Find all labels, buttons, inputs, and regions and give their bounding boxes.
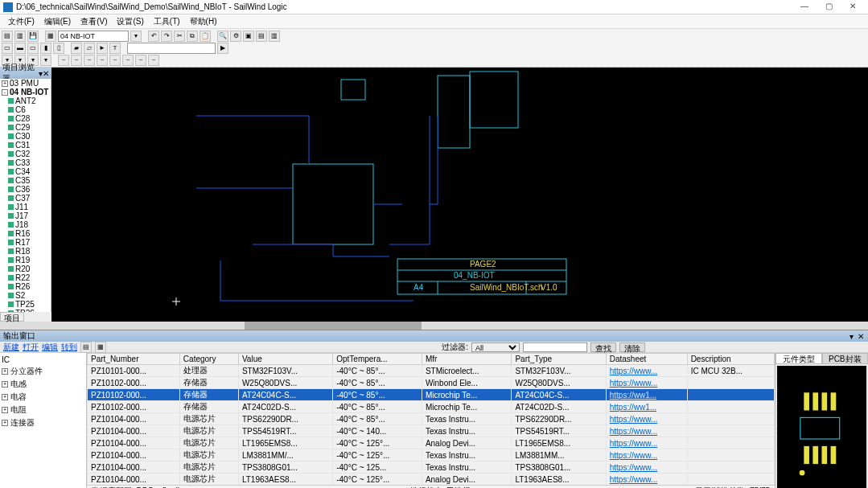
bus-icon[interactable]: ▭	[27, 43, 39, 54]
tool-icon[interactable]: ▤	[256, 31, 267, 42]
sheet-select[interactable]	[58, 31, 129, 42]
port-icon[interactable]: ►	[97, 43, 108, 54]
tree-node[interactable]: TP25	[0, 300, 51, 309]
tree-node[interactable]: C28	[0, 114, 51, 123]
grid-icon[interactable]: ▦	[95, 342, 106, 353]
tree-node[interactable]: C35	[0, 176, 51, 185]
table-row[interactable]: PZ10101-000...处理器STM32F103V...-40°C ~ 85…	[88, 365, 775, 377]
tree-chevron-icon[interactable]: ▾✕	[39, 69, 49, 78]
column-header[interactable]: Mfr	[422, 354, 512, 365]
project-tree[interactable]: +03 PMU-04 NB-IOTANT2C6C28C29C30C31C32C3…	[0, 79, 51, 312]
undo-icon[interactable]: ↶	[148, 31, 159, 42]
category-tree[interactable]: IC+分立器件+电感+电容+电阻+连接器	[0, 353, 87, 488]
category-node[interactable]: +分立器件	[2, 365, 84, 378]
dock-link[interactable]: 新建	[3, 342, 19, 353]
cursor-icon[interactable]: ▭	[2, 43, 13, 54]
category-node[interactable]: +电感	[2, 378, 84, 391]
minimize-button[interactable]: —	[792, 1, 817, 14]
route-icon[interactable]: ~	[109, 55, 121, 66]
tree-expand-icon[interactable]: +	[2, 368, 8, 375]
route-icon[interactable]: ~	[122, 55, 134, 66]
tree-node[interactable]: ANT2	[0, 96, 51, 105]
preview-tab-symbol[interactable]: 元件类型	[775, 353, 822, 364]
power-icon[interactable]: ▰	[71, 43, 82, 54]
ground-icon[interactable]: ▱	[84, 43, 95, 54]
table-row[interactable]: PZ10104-000...电源芯片LT1963AES8...-40°C ~ 1…	[88, 474, 775, 486]
dock-link[interactable]: 转到	[61, 342, 77, 353]
table-row[interactable]: PZ10102-000...存储器AT24C04C-S...-40°C ~ 85…	[88, 389, 775, 401]
tree-node[interactable]: R17	[0, 238, 51, 247]
wire-icon[interactable]: ▬	[14, 43, 26, 54]
tree-node[interactable]: C30	[0, 132, 51, 141]
copy-icon[interactable]: ⧉	[187, 31, 198, 42]
schematic-canvas[interactable]: PAGE2 04_NB-IOT A4 SailWind_NBIoT.sch V1…	[51, 68, 868, 322]
tree-node[interactable]: S2	[0, 291, 51, 300]
tree-node[interactable]: +03 PMU	[0, 79, 51, 88]
save-icon[interactable]: 💾	[27, 31, 39, 42]
tree-node[interactable]: C36	[0, 185, 51, 194]
dock-link[interactable]: 编辑	[42, 342, 58, 353]
tree-node[interactable]: -04 NB-IOT	[0, 88, 51, 96]
menu-item[interactable]: 工具(T)	[149, 16, 185, 27]
category-node[interactable]: +电阻	[2, 404, 84, 416]
tree-node[interactable]: C37	[0, 194, 51, 203]
dock-link[interactable]: 打开	[23, 342, 39, 353]
menu-item[interactable]: 设置(S)	[112, 16, 148, 27]
tree-node[interactable]: J18	[0, 220, 51, 229]
menu-item[interactable]: 帮助(H)	[185, 16, 222, 27]
tool-icon[interactable]: ▣	[243, 31, 254, 42]
filter-icon[interactable]: ▾	[40, 55, 51, 66]
table-row[interactable]: PZ10104-000...电源芯片TPS62290DR...-40°C ~ 8…	[88, 413, 775, 425]
route-icon[interactable]: ~	[135, 55, 146, 66]
column-header[interactable]: Part_Number	[88, 354, 180, 365]
tree-expand-icon[interactable]: +	[2, 407, 8, 413]
list-icon[interactable]: ▤	[80, 342, 92, 353]
parts-grid[interactable]: Part_NumberCategoryValueOptTempera...Mfr…	[87, 353, 775, 485]
tree-node[interactable]: R22	[0, 273, 51, 282]
command-input[interactable]	[127, 43, 216, 54]
redo-icon[interactable]: ↷	[161, 31, 172, 42]
table-row[interactable]: PZ10104-000...电源芯片TPS3808G01...-40°C ~ 1…	[88, 461, 775, 474]
route-icon[interactable]: ~	[71, 55, 82, 66]
tree-expand-icon[interactable]: -	[2, 89, 8, 96]
tree-node[interactable]: R16	[0, 229, 51, 238]
net-icon[interactable]: ▮	[40, 43, 51, 54]
zoom-icon[interactable]: 🔍	[217, 31, 228, 42]
column-header[interactable]: Description	[687, 354, 774, 365]
cut-icon[interactable]: ✂	[174, 31, 185, 42]
column-header[interactable]: OptTempera...	[333, 354, 422, 365]
tree-node[interactable]: C34	[0, 167, 51, 176]
canvas-hscroll[interactable]	[0, 322, 868, 330]
column-header[interactable]: Part_Type	[512, 354, 606, 365]
tree-node[interactable]: R19	[0, 256, 51, 265]
search-input[interactable]	[523, 342, 587, 352]
tree-node[interactable]: J17	[0, 211, 51, 220]
category-node[interactable]: +连接器	[2, 416, 84, 429]
paste-icon[interactable]: 📋	[200, 31, 211, 42]
tool-icon[interactable]: ⚙	[230, 31, 241, 42]
sheet-icon[interactable]: ▦	[45, 31, 56, 42]
find-button[interactable]: 查找	[590, 342, 616, 352]
tree-tab-project[interactable]: 项目	[0, 312, 24, 322]
route-icon[interactable]: ~	[148, 55, 159, 66]
column-header[interactable]: Datasheet	[606, 354, 687, 365]
tree-node[interactable]: C33	[0, 158, 51, 167]
filter-select[interactable]: All	[471, 342, 520, 352]
tool-icon[interactable]: ▥	[269, 31, 280, 42]
menu-item[interactable]: 编辑(E)	[39, 16, 76, 27]
table-row[interactable]: PZ10104-000...电源芯片TPS54519RT...-40°C ~ 1…	[88, 425, 775, 437]
tree-node[interactable]: C29	[0, 123, 51, 132]
tree-node[interactable]: R26	[0, 282, 51, 291]
menu-item[interactable]: 查看(V)	[76, 16, 112, 27]
tree-expand-icon[interactable]: +	[2, 420, 8, 426]
tree-node[interactable]: C31	[0, 141, 51, 150]
column-header[interactable]: Category	[179, 354, 238, 365]
route-icon[interactable]: ~	[97, 55, 108, 66]
tree-expand-icon[interactable]: +	[2, 381, 8, 388]
open-icon[interactable]: ▥	[14, 31, 26, 42]
category-node[interactable]: +电容	[2, 391, 84, 404]
tree-node[interactable]: R18	[0, 247, 51, 256]
category-node[interactable]: IC	[2, 355, 84, 365]
menu-item[interactable]: 文件(F)	[3, 16, 39, 27]
reset-button[interactable]: 清除	[619, 342, 645, 352]
